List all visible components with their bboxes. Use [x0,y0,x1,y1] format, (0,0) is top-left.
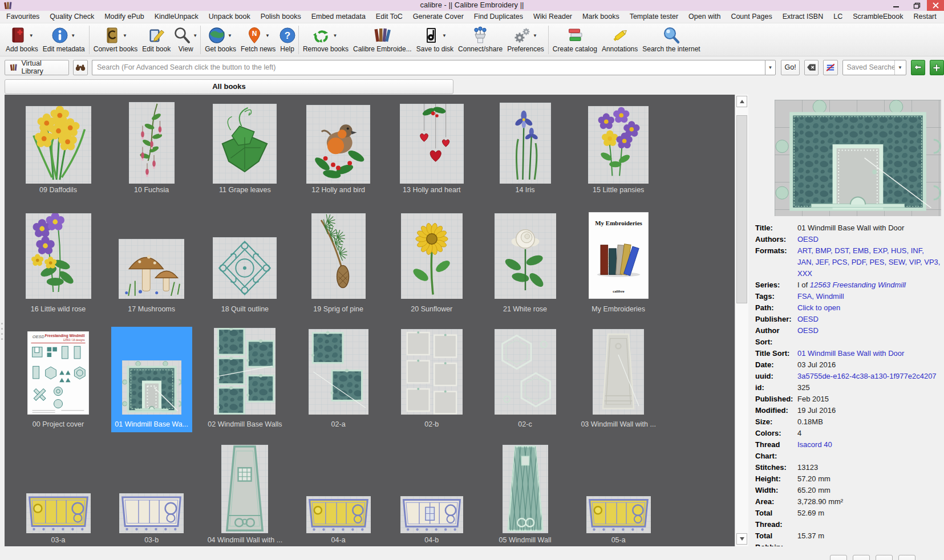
book-cover[interactable] [122,360,181,415]
toolbar-create-catalog[interactable]: Create catalog [550,23,599,56]
field-value[interactable]: 01 Windmill Base Wall with Door [797,348,941,359]
field-value[interactable]: OESD [797,234,941,245]
advanced-search-button[interactable] [73,60,88,75]
dropdown-arrow-icon[interactable]: ▼ [29,33,35,38]
toolbar-search-the-internet[interactable]: Search the internet [640,23,702,56]
field-value[interactable]: 3a5755de-e162-4c38-a130-1f977e2c4207 [797,371,941,382]
go-button[interactable]: Go! [781,60,800,75]
field-value[interactable]: OESD [797,325,941,348]
layout-list-button[interactable] [853,555,870,560]
book-cover[interactable] [400,104,464,184]
menu-item-quality-check[interactable]: Quality Check [44,11,99,23]
toolbar-fetch-news[interactable]: N▼Fetch news [238,23,278,56]
layout-grid-button[interactable] [876,555,893,560]
book-cover[interactable] [213,237,277,299]
book-cover[interactable] [311,213,366,299]
book-cover[interactable] [401,213,463,299]
menu-item-restart[interactable]: Restart [908,11,941,23]
toolbar-edit-metadata[interactable]: ▼Edit metadata [40,23,87,56]
dropdown-arrow-icon[interactable]: ▼ [123,33,128,38]
toolbar-view[interactable]: ▼View [173,23,198,56]
tab-all-books[interactable]: All books [5,79,453,94]
book-cover[interactable] [500,103,551,184]
book-cover[interactable] [26,106,91,184]
menu-item-favourites[interactable]: Favourites [1,11,44,23]
toolbar-calibre-embroide-[interactable]: Calibre Embroide... [351,23,414,56]
clear-search-button[interactable] [804,60,819,75]
dropdown-arrow-icon[interactable]: ▼ [533,33,538,38]
toolbar-get-books[interactable]: ▼Get books [202,23,238,56]
book-cover[interactable] [401,329,463,415]
book-cover[interactable] [588,106,649,184]
toolbar-add-books[interactable]: ▼Add books [3,23,40,56]
dropdown-arrow-icon[interactable]: ▼ [71,33,76,38]
book-cover[interactable] [221,445,268,533]
book-cover[interactable] [309,329,368,415]
book-cover[interactable] [306,105,370,184]
book-cover[interactable]: OESDFreestanding Windmill12563 / 16 desi… [27,331,89,415]
dropdown-arrow-icon[interactable]: ▼ [193,33,198,38]
toolbar-annotations[interactable]: Annotations [599,23,640,56]
dropdown-arrow-icon[interactable]: ▼ [265,33,271,38]
toolbar-connect-share[interactable]: Connect/share [456,23,505,56]
menu-item-embed-metadata[interactable]: Embed metadata [306,11,371,23]
field-value[interactable]: Isacord 40 [797,439,941,462]
book-cover[interactable] [214,328,275,415]
menu-item-template-tester[interactable]: Template tester [625,11,683,23]
book-cover[interactable] [26,493,91,533]
field-value[interactable]: Click to open [797,302,941,314]
book-cover[interactable] [400,496,463,533]
menu-item-find-duplicates[interactable]: Find Duplicates [469,11,528,23]
menu-item-scrambleebook[interactable]: ScrambleEbook [848,11,908,23]
cover-preview[interactable] [775,100,941,216]
menu-item-edit-toc[interactable]: Edit ToC [371,11,408,23]
virtual-library-button[interactable]: Virtual Library [5,60,69,75]
book-cover[interactable] [306,496,371,533]
scroll-up-button[interactable] [736,96,747,107]
highlight-results-button[interactable] [823,60,837,75]
maximize-button[interactable] [906,0,927,11]
book-cover[interactable]: My EmbroideriesCALIBREcalibre [589,212,649,299]
toolbar-help[interactable]: ?Help [278,23,297,56]
menu-item-lc[interactable]: LC [828,11,848,23]
layout-book-details-button[interactable] [898,555,915,560]
book-cover[interactable] [503,445,548,533]
close-button[interactable] [927,0,944,11]
field-value[interactable]: I of 12563 Freestanding Windmill [797,279,941,291]
field-value[interactable]: FSA, Windmill [797,291,941,302]
book-cover[interactable] [586,496,651,533]
book-cover[interactable] [495,213,556,299]
splitter-handle[interactable] [1,323,3,343]
menu-item-unpack-book[interactable]: Unpack book [204,11,256,23]
toolbar-save-to-disk[interactable]: ▼Save to disk [414,23,456,56]
book-cover[interactable] [26,213,91,299]
toolbar-convert-books[interactable]: ▼Convert books [91,23,140,56]
menu-item-extract-isbn[interactable]: Extract ISBN [777,11,829,23]
menu-item-count-pages[interactable]: Count Pages [726,11,777,23]
book-cover[interactable] [119,239,184,299]
search-input[interactable] [92,60,765,75]
minimize-button[interactable] [886,0,906,11]
book-cover[interactable] [593,329,644,415]
dropdown-arrow-icon[interactable]: ▼ [333,33,338,38]
menu-item-mark-books[interactable]: Mark books [577,11,625,23]
dropdown-arrow-icon[interactable]: ▼ [442,33,448,38]
menu-item-annotations[interactable]: Annotations [942,11,944,23]
menu-item-wiki-reader[interactable]: Wiki Reader [528,11,577,23]
menu-item-polish-books[interactable]: Polish books [256,11,306,23]
saved-searches-dropdown[interactable]: Saved Searches ▼ [842,60,906,75]
toolbar-edit-book[interactable]: Edit book [140,23,173,56]
menu-item-generate-cover[interactable]: Generate Cover [408,11,469,23]
toolbar-preferences[interactable]: ▼Preferences [505,23,546,56]
menu-item-open-with[interactable]: Open with [683,11,726,23]
dropdown-arrow-icon[interactable]: ▼ [228,33,233,38]
toolbar-remove-books[interactable]: ▼Remove books [301,23,351,56]
book-cover[interactable] [129,102,175,184]
book-cover[interactable] [119,493,184,533]
menu-item-kindleunpack[interactable]: KindleUnpack [149,11,204,23]
layout-search-button[interactable] [830,555,847,560]
book-cover[interactable] [213,104,277,184]
field-value[interactable]: OESD [797,314,941,325]
search-history-dropdown[interactable]: ▼ [765,60,776,75]
scroll-down-button[interactable] [736,533,747,545]
